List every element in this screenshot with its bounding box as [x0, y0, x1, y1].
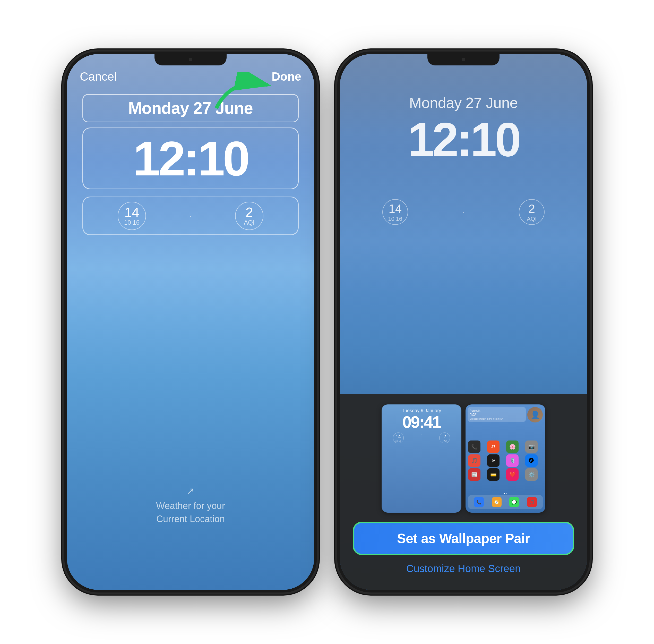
right-cloud-overlay — [340, 54, 587, 295]
dock-icon-safari[interactable]: 🧭 — [492, 497, 501, 507]
app-icons-grid: 📞 27 🌸 📷 🎵 tv 🎙️ 🅐 📰 💳 ❤️ — [467, 440, 544, 481]
app-icon-calendar[interactable]: 27 — [487, 440, 499, 453]
page-dot-1 — [504, 493, 505, 494]
lock-screen-preview[interactable]: Tuesday 9 January 09:41 14 10 16 · 2 — [381, 405, 461, 513]
right-camera-dot — [462, 58, 465, 61]
app-dock: 📞 🧭 💬 🎵 — [468, 495, 543, 509]
weather-sub-1: 10 16 — [124, 219, 140, 226]
weather-num-1: 14 — [124, 206, 139, 219]
wp-lock-w-sub-1: 10 16 — [395, 439, 401, 442]
left-phone-screen: Cancel Done Monday 27 June — [67, 54, 314, 590]
weather-item-2: 2 AQI — [235, 202, 263, 230]
wp-lock-weather-2: 2 AQI — [439, 433, 450, 443]
location-icon: ↗ — [156, 485, 225, 498]
home-weather-temp: 14° — [470, 412, 524, 418]
weather-widget[interactable]: 14 10 16 · 2 AQI — [83, 197, 299, 235]
set-wallpaper-pair-button[interactable]: Set as Wallpaper Pair — [353, 522, 574, 555]
right-weather-num-2: 2 — [528, 202, 535, 215]
wallpaper-preview-row: Tuesday 9 January 09:41 14 10 16 · 2 — [353, 405, 574, 513]
app-icon-health[interactable]: ❤️ — [506, 468, 518, 481]
wp-dot: · — [421, 433, 422, 443]
weather-location: ↗ Weather for yourCurrent Location — [156, 485, 225, 526]
page-dot-2 — [506, 493, 507, 494]
wp-lock-w-num-2: 2 — [443, 434, 446, 439]
bottom-sheet: Tuesday 9 January 09:41 14 10 16 · 2 — [340, 394, 587, 590]
page-dots — [466, 493, 545, 494]
app-icon-wallet[interactable]: 💳 — [487, 468, 499, 481]
app-icon-photos[interactable]: 🌸 — [506, 440, 518, 453]
weather-circle-2: 2 AQI — [235, 202, 263, 230]
right-phone: Monday 27 June 12:10 14 10 16 · 2 AQI — [337, 51, 590, 593]
app-icon-appletv[interactable]: tv — [487, 454, 499, 467]
right-notch — [427, 54, 499, 65]
weather-separator: · — [189, 210, 192, 221]
app-icon-facetime[interactable]: 📞 — [468, 440, 481, 453]
app-icon-camera[interactable]: 📷 — [525, 440, 538, 453]
dock-icon-phone[interactable]: 📞 — [474, 497, 484, 507]
weather-sub-2: AQI — [244, 219, 254, 226]
home-preview-inner: Penicuik 14° Expect light rain in the ne… — [466, 405, 545, 513]
right-weather-sub-2: AQI — [527, 215, 537, 222]
right-weather-num-1: 14 — [389, 202, 402, 215]
app-icon-podcasts[interactable]: 🎙️ — [506, 454, 518, 467]
wp-lock-weather: 14 10 16 · 2 AQI — [381, 433, 461, 443]
cancel-button[interactable]: Cancel — [80, 70, 117, 84]
notch — [155, 54, 227, 65]
app-icon-notes[interactable]: 🎵 — [468, 454, 481, 467]
location-text: Weather for yourCurrent Location — [156, 501, 225, 524]
wp-lock-date: Tuesday 9 January — [381, 408, 461, 413]
weather-item-1: 14 10 16 — [118, 202, 146, 230]
right-weather-circle-2: 2 AQI — [519, 199, 544, 225]
home-avatar: 👤 — [527, 407, 543, 422]
home-weather-loc: Penicuik — [470, 409, 524, 412]
right-clock-text: 12:10 — [340, 116, 587, 164]
weather-circle-1: 14 10 16 — [118, 202, 146, 230]
avatar-icon: 👤 — [531, 410, 540, 419]
wp-lock-w-sub-2: AQI — [443, 439, 447, 442]
right-weather-circle-1: 14 10 16 — [382, 199, 408, 225]
dock-icon-messages[interactable]: 💬 — [509, 497, 519, 507]
home-weather-widget: Penicuik 14° Expect light rain in the ne… — [468, 407, 526, 422]
wp-lock-weather-1: 14 10 16 — [393, 433, 404, 443]
camera-dot — [189, 58, 192, 61]
green-arrow — [206, 72, 283, 113]
cta-label: Set as Wallpaper Pair — [397, 531, 530, 546]
customize-home-screen-link[interactable]: Customize Home Screen — [406, 563, 521, 574]
right-weather-sub-1: 10 16 — [388, 215, 402, 222]
weather-num-2: 2 — [246, 206, 253, 219]
right-weather-row: 14 10 16 · 2 AQI — [355, 195, 571, 229]
right-phone-screen: Monday 27 June 12:10 14 10 16 · 2 AQI — [340, 54, 587, 590]
wp-lock-w-num-1: 14 — [396, 434, 401, 439]
dock-icon-music[interactable]: 🎵 — [527, 497, 537, 507]
scene: Cancel Done Monday 27 June — [0, 0, 654, 644]
lock-preview-inner: Tuesday 9 January 09:41 14 10 16 · 2 — [381, 405, 461, 513]
wp-lock-time: 09:41 — [381, 414, 461, 431]
app-icon-settings[interactable]: ⚙️ — [525, 468, 538, 481]
clock-text: 12:10 — [133, 134, 248, 183]
clock-widget[interactable]: 12:10 — [83, 128, 299, 189]
app-icon-news[interactable]: 📰 — [468, 468, 481, 481]
left-phone: Cancel Done Monday 27 June — [64, 51, 317, 593]
home-weather-desc: Expect light rain in the next hour — [470, 418, 524, 420]
app-icon-appstore[interactable]: 🅐 — [525, 454, 538, 467]
home-screen-preview[interactable]: Penicuik 14° Expect light rain in the ne… — [466, 405, 545, 513]
right-weather-dot: · — [462, 206, 465, 218]
right-date-text: Monday 27 June — [340, 94, 587, 111]
